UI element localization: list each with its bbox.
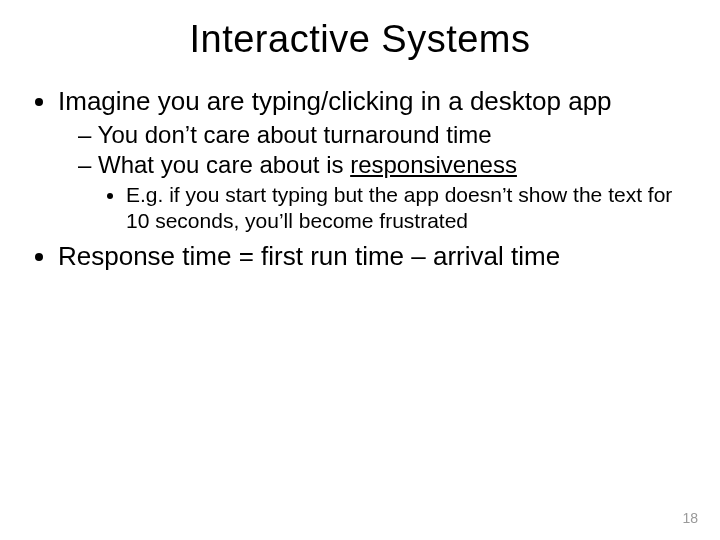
bullet-1-sub-2: What you care about is responsiveness E.… (78, 150, 690, 235)
bullet-1: Imagine you are typing/clicking in a des… (58, 85, 690, 234)
bullet-list: Imagine you are typing/clicking in a des… (30, 85, 690, 273)
slide-title: Interactive Systems (0, 0, 720, 61)
slide-body: Imagine you are typing/clicking in a des… (0, 61, 720, 273)
bullet-1-sublist: You don’t care about turnaround time Wha… (58, 120, 690, 235)
bullet-2: Response time = first run time – arrival… (58, 240, 690, 273)
bullet-1-sub-2-underline: responsiveness (350, 151, 517, 178)
slide: Interactive Systems Imagine you are typi… (0, 0, 720, 540)
bullet-1-sub-2-sublist: E.g. if you start typing but the app doe… (78, 182, 690, 235)
bullet-1-sub-2-pre: What you care about is (98, 151, 350, 178)
bullet-1-sub-2-eg: E.g. if you start typing but the app doe… (126, 182, 690, 235)
page-number: 18 (682, 510, 698, 526)
bullet-1-sub-1: You don’t care about turnaround time (78, 120, 690, 150)
bullet-1-text: Imagine you are typing/clicking in a des… (58, 86, 612, 116)
